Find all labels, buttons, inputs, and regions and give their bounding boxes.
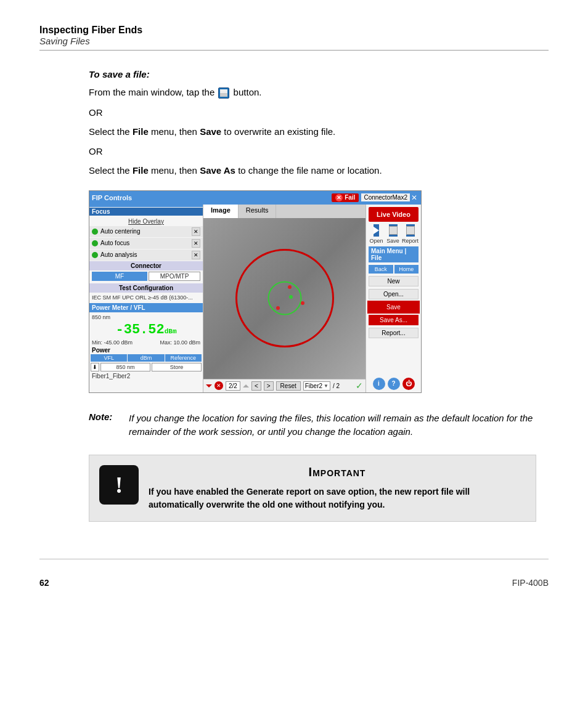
instruction1-suffix: button.	[234, 87, 262, 97]
instruction2-middle: menu, then	[151, 126, 197, 137]
sc-info-circle-icon[interactable]: i	[373, 378, 385, 390]
instruction3-bold-file: File	[133, 165, 149, 176]
sc-fail-text: Fail	[345, 194, 355, 201]
sc-tab-results[interactable]: Results	[239, 205, 277, 218]
sc-save-action-btn[interactable]	[389, 224, 398, 237]
sc-menu-report[interactable]: Report...	[369, 328, 419, 338]
instruction2-bold-file: File	[133, 126, 149, 137]
sc-menu-save-as[interactable]: Save As...	[369, 315, 419, 325]
sc-center-panel: Image Results	[203, 205, 365, 392]
sc-fiber-name: Fiber1_Fiber2	[89, 371, 203, 381]
sc-green-dot-analysis	[92, 252, 98, 258]
sc-fiber-image	[203, 218, 365, 379]
sc-auto-analysis-label: Auto analysis	[100, 251, 137, 258]
sc-menu-new[interactable]: New	[369, 276, 419, 286]
sc-report-label: Report	[402, 238, 419, 244]
sc-store-btn[interactable]: Store	[152, 363, 202, 371]
instruction-3: Select the File menu, then Save As to ch…	[89, 164, 536, 178]
sc-controls-header	[89, 205, 203, 207]
sc-action-buttons-row: Open Save Report	[369, 224, 419, 244]
sc-nav-check-icon[interactable]: ✓	[356, 381, 363, 391]
sc-mpo-button[interactable]: MPO/MTP	[149, 272, 200, 281]
sc-connector-section-header: Connector	[89, 261, 203, 270]
sc-wavelength-icon: ⬇	[91, 363, 99, 371]
sc-menu-save[interactable]: Save	[369, 302, 419, 312]
sc-home-btn[interactable]: Home	[394, 265, 419, 274]
note-text: If you change the location for saving th…	[129, 412, 536, 439]
sc-fip-controls-title: FIP Controls	[92, 194, 332, 201]
sc-nav-arrow-down[interactable]	[206, 384, 212, 387]
sc-wavelength-display: 850 nm	[89, 314, 203, 321]
sc-auto-centering-label: Auto centering	[100, 228, 141, 235]
or-divider-2: OR	[89, 146, 536, 156]
sc-reset-btn[interactable]: Reset	[276, 381, 301, 391]
sc-centering-x-btn[interactable]: ✕	[192, 227, 200, 236]
or-divider-1: OR	[89, 107, 536, 118]
sc-defect-3	[301, 301, 304, 305]
footer-page-number: 62	[39, 578, 49, 588]
sc-max-power: Max: 10.00 dBm	[160, 339, 200, 346]
sc-dbm-btn[interactable]: dBm	[128, 354, 164, 362]
sc-min-power: Min: -45.00 dBm	[92, 339, 133, 346]
sc-live-video-btn[interactable]: Live Video	[369, 207, 419, 222]
sc-tab-image[interactable]: Image	[203, 205, 239, 218]
sc-report-action-btn[interactable]	[406, 224, 415, 237]
main-content: To save a file: From the main window, ta…	[89, 69, 536, 522]
screenshot-topbar: FIP Controls ✕ Fail ConnectorMax2 ✕	[89, 191, 421, 205]
sc-vfl-btn[interactable]: VFL	[91, 354, 127, 362]
sc-wavelength-select[interactable]: 850 nm	[100, 363, 150, 371]
sc-connector-buttons: MF MPO/MTP	[89, 272, 203, 281]
instruction3-suffix: to change the file name or location.	[238, 165, 382, 176]
sc-bottom-nav: ✕ 2/2 < > Reset Fiber2 ▼ / 2 ✓	[203, 379, 365, 392]
sc-auto-focus-row: Auto focus ✕	[89, 238, 203, 249]
sc-connector-title: ConnectorMax2	[361, 193, 410, 201]
page-footer: 62 FIP-400B	[39, 559, 549, 588]
sc-nav-left-btn[interactable]: <	[251, 381, 261, 391]
sc-tabs-bar: Image Results	[203, 205, 365, 218]
instruction3-bold-saveas: Save As	[200, 165, 235, 176]
sc-nav-arrow-up[interactable]	[243, 384, 249, 387]
sc-nav-info: 2/2	[226, 381, 240, 391]
sc-auto-analysis-row: Auto analysis ✕	[89, 249, 203, 261]
instruction-2: Select the File menu, then Save to overw…	[89, 125, 536, 139]
sc-close-icon[interactable]: ✕	[410, 193, 419, 202]
sc-focus-label[interactable]: Focus	[89, 208, 203, 216]
page-subtitle: Saving Files	[39, 36, 549, 46]
sc-open-action-btn[interactable]	[374, 224, 379, 237]
sc-power-meter-header: Power Meter / VFL	[89, 303, 203, 312]
sc-mf-button[interactable]: MF	[92, 272, 147, 281]
sc-fiber2-label: Fiber2	[305, 383, 322, 389]
sc-analysis-x-btn[interactable]: ✕	[192, 251, 200, 259]
sc-report-icon	[406, 226, 415, 235]
sc-main-menu-header: Main Menu | File	[369, 246, 419, 262]
sc-power-circle-icon[interactable]: ⏻	[402, 378, 415, 390]
sc-save-icon	[389, 226, 398, 235]
sc-hide-overlay-btn[interactable]: Hide Overlay	[89, 217, 203, 226]
sc-reference-btn[interactable]: Reference	[165, 354, 202, 362]
sc-question-circle-icon[interactable]: ?	[388, 378, 400, 390]
floppy-disk-icon	[218, 87, 229, 99]
sc-report-btn-group: Report	[402, 224, 419, 244]
footer-product-name: FIP-400B	[512, 578, 549, 588]
sc-test-config-header: Test Configuration	[89, 283, 203, 293]
important-text: If you have enabled the Generate report …	[149, 485, 526, 511]
instruction3-middle: menu, then	[151, 165, 200, 176]
sc-defect-1	[288, 285, 292, 289]
sc-nav-right-btn[interactable]: >	[264, 381, 274, 391]
note-section: Note: If you change the location for sav…	[89, 412, 536, 439]
sc-fiber-dropdown[interactable]: Fiber2 ▼	[303, 381, 330, 391]
exclamation-icon: !	[115, 473, 123, 497]
instruction2-bold-save: Save	[200, 126, 221, 137]
page: Inspecting Fiber Ends Saving Files To sa…	[0, 0, 588, 714]
important-title: Important	[149, 465, 526, 479]
sc-save-label: Save	[386, 238, 399, 244]
sc-menu-open[interactable]: Open...	[369, 289, 419, 299]
important-icon: !	[99, 465, 139, 505]
sc-nav-close-btn[interactable]: ✕	[214, 381, 223, 390]
sc-focus-x-btn[interactable]: ✕	[192, 239, 200, 248]
sc-back-btn[interactable]: Back	[369, 265, 393, 274]
save-file-heading: To save a file:	[89, 69, 536, 79]
sc-open-icon	[374, 227, 379, 234]
sc-fail-badge: ✕ Fail	[332, 193, 359, 202]
instruction2-prefix: Select the	[89, 126, 130, 137]
